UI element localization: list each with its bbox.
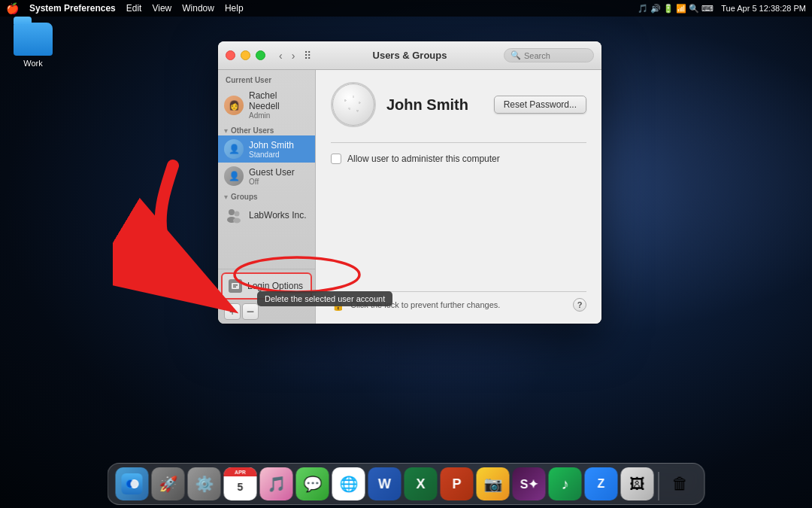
labworks-name: LabWorks Inc.: [249, 210, 306, 221]
menubar-window[interactable]: Window: [182, 3, 214, 14]
current-user-label: Current User: [218, 70, 315, 87]
svg-point-13: [131, 480, 138, 488]
dock-itunes[interactable]: 🎵: [260, 467, 293, 500]
dock-photos[interactable]: 📷: [477, 467, 510, 500]
menubar-view[interactable]: View: [152, 3, 171, 14]
add-user-button[interactable]: +: [224, 303, 241, 320]
svg-rect-6: [233, 287, 236, 288]
dock-launchpad[interactable]: 🚀: [152, 467, 185, 500]
svg-point-0: [229, 209, 235, 215]
apple-menu[interactable]: 🍎: [6, 2, 19, 14]
menubar-app-name[interactable]: System Preferences: [29, 3, 116, 14]
tooltip-bubble: Delete the selected user account: [257, 291, 392, 306]
dock-messages[interactable]: 💬: [296, 467, 329, 500]
groups-section: ▾ Groups: [218, 190, 315, 202]
allow-admin-label: Allow user to administer this computer: [347, 154, 500, 164]
detail-panel: John Smith Reset Password... Allow user …: [316, 70, 601, 324]
sidebar-item-rachel[interactable]: 👩 Rachel Needell Admin: [218, 87, 315, 123]
john-name: John Smith: [249, 140, 294, 151]
main-content: Current User 👩 Rachel Needell Admin ▾ Ot…: [218, 70, 601, 324]
sidebar: Current User 👩 Rachel Needell Admin ▾ Ot…: [218, 70, 316, 324]
search-icon: 🔍: [511, 50, 521, 60]
minimize-button[interactable]: [241, 50, 250, 60]
golf-ball-image: [332, 84, 374, 126]
menubar-datetime: Tue Apr 5 12:38:28 PM: [721, 4, 806, 13]
folder-label: Work: [23, 59, 42, 68]
allow-admin-row: Allow user to administer this computer: [331, 154, 586, 164]
menubar: 🍎 System Preferences Edit View Window He…: [0, 0, 812, 17]
dock-calendar[interactable]: APR 5: [224, 467, 257, 500]
maximize-button[interactable]: [256, 50, 265, 60]
desktop-folder-work[interactable]: Work: [14, 23, 53, 68]
desktop: 🍎 System Preferences Edit View Window He…: [0, 0, 812, 508]
avatar-rachel: 👩: [224, 96, 244, 115]
sidebar-item-guest[interactable]: 👤 Guest User Off: [218, 163, 315, 190]
svg-point-3: [233, 218, 241, 224]
remove-user-button[interactable]: −: [242, 303, 259, 320]
dock-iphoto[interactable]: 🖼: [621, 467, 654, 500]
reset-password-button[interactable]: Reset Password...: [494, 96, 586, 114]
traffic-lights: [226, 50, 265, 60]
login-options-icon: [229, 279, 242, 293]
forward-arrow-icon[interactable]: ›: [289, 48, 298, 63]
menubar-edit[interactable]: Edit: [126, 3, 142, 14]
dock-trash[interactable]: 🗑: [664, 467, 697, 500]
sidebar-item-john[interactable]: 👤 John Smith Standard: [218, 135, 315, 163]
search-box[interactable]: 🔍: [504, 48, 594, 62]
dock-slack[interactable]: S✦: [513, 467, 546, 500]
sidebar-item-labworks[interactable]: LabWorks Inc.: [218, 202, 315, 229]
rachel-name: Rachel Needell: [249, 90, 309, 111]
guest-role: Off: [249, 178, 295, 186]
svg-point-1: [235, 211, 240, 217]
window-title: Users & Groups: [373, 50, 447, 61]
avatar-john: 👤: [224, 139, 244, 159]
allow-admin-checkbox[interactable]: [331, 154, 341, 164]
dock-word[interactable]: W: [368, 467, 401, 500]
dock-system-preferences[interactable]: ⚙️: [188, 467, 221, 500]
other-users-label: Other Users: [229, 126, 274, 135]
system-preferences-window: ‹ › ⠿ Users & Groups 🔍 Current User 👩: [218, 41, 601, 324]
dock-excel[interactable]: X: [404, 467, 438, 500]
dock-powerpoint[interactable]: P: [441, 467, 474, 500]
close-button[interactable]: [226, 50, 235, 60]
user-name-display: John Smith: [386, 96, 468, 114]
menubar-help[interactable]: Help: [225, 3, 244, 14]
dock-finder[interactable]: [116, 467, 149, 500]
svg-rect-4: [232, 283, 239, 289]
other-users-section: ▾ Other Users: [218, 123, 315, 135]
other-users-arrow-icon: ▾: [224, 126, 228, 135]
rachel-role: Admin: [249, 111, 309, 120]
menubar-extras: 🎵 🔊 🔋 📶 🔍 ⌨: [638, 4, 714, 14]
folder-icon: [14, 23, 53, 56]
dock-spotify[interactable]: ♪: [549, 467, 582, 500]
dock-chrome[interactable]: 🌐: [332, 467, 365, 500]
search-input[interactable]: [524, 51, 584, 60]
avatar-guest: 👤: [224, 166, 244, 186]
dock-zoom[interactable]: Z: [585, 467, 618, 500]
detail-spacer: [331, 172, 586, 291]
login-options-label: Login Options: [247, 281, 303, 291]
groups-label: Groups: [229, 193, 258, 201]
user-avatar-large: [331, 82, 376, 127]
guest-name: Guest User: [249, 167, 295, 178]
groups-arrow-icon: ▾: [224, 193, 228, 201]
grid-icon[interactable]: ⠿: [304, 50, 311, 62]
dock-separator: [659, 472, 659, 500]
back-arrow-icon[interactable]: ‹: [276, 48, 286, 63]
dock: 🚀 ⚙️ APR 5 🎵 💬 🌐 W X P 📷 S✦ ♪ Z 🖼 🗑: [108, 463, 705, 505]
user-header: John Smith Reset Password...: [331, 82, 586, 127]
svg-rect-5: [233, 284, 238, 286]
group-icon: [224, 205, 244, 225]
help-button[interactable]: ?: [573, 298, 586, 312]
title-bar: ‹ › ⠿ Users & Groups 🔍: [218, 41, 601, 70]
separator: [331, 142, 586, 143]
john-role: Standard: [249, 151, 294, 159]
